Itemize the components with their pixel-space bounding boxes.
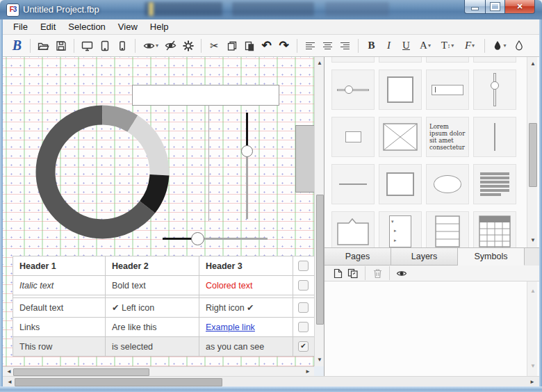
table-cell[interactable]: This row	[13, 337, 106, 357]
open-button[interactable]	[35, 37, 52, 55]
underline-button[interactable]: U	[397, 37, 415, 55]
phone-view-button[interactable]	[113, 37, 131, 55]
table-cell[interactable]: Default text	[13, 298, 106, 318]
scroll-left-arrow[interactable]: ◄	[6, 369, 12, 375]
symbol-paragraph[interactable]	[473, 164, 516, 204]
pages-list[interactable]	[325, 281, 527, 376]
save-button[interactable]	[52, 37, 69, 55]
table-row[interactable]: Default text ✔ Left icon Right icon ✔	[13, 298, 315, 318]
menu-selection[interactable]: Selection	[62, 20, 111, 33]
maximize-button[interactable]	[486, 0, 505, 14]
hslider-handle[interactable]	[191, 232, 204, 245]
vslider-handle[interactable]	[241, 145, 253, 157]
border-color-button[interactable]	[510, 37, 527, 55]
symbol-slider-vertical[interactable]	[473, 70, 516, 110]
font-family-button[interactable]: F▾	[459, 37, 480, 55]
table-row[interactable]: Links Are like this Example link	[13, 318, 315, 337]
table-cell[interactable]: Are like this	[106, 318, 199, 337]
page-visibility-button[interactable]	[394, 266, 409, 280]
table-cell[interactable]: as you can see	[199, 337, 293, 357]
canvas-vertical-scrollbar[interactable]: ▲ ▼	[314, 57, 324, 366]
menu-view[interactable]: View	[112, 20, 144, 33]
fill-color-button[interactable]: ▾	[489, 37, 510, 55]
design-canvas[interactable]: Header 1 Header 2 Header 3 Italic text B…	[3, 57, 314, 366]
symbol-tooltip[interactable]	[331, 211, 375, 247]
scroll-up-arrow[interactable]: ▲	[530, 61, 536, 67]
symbol-ellipse[interactable]	[426, 164, 469, 204]
scroll-left-arrow[interactable]: ◄	[7, 379, 13, 385]
menu-help[interactable]: Help	[144, 20, 175, 33]
vertical-scrollbar-thumb[interactable]	[316, 195, 324, 325]
table-cell-colored[interactable]: Colored text	[199, 276, 293, 295]
donut-chart-widget[interactable]	[34, 104, 171, 240]
align-center-button[interactable]	[319, 37, 336, 55]
table-cell[interactable]: Right icon ✔	[199, 298, 293, 318]
scroll-down-arrow[interactable]: ▼	[317, 357, 322, 363]
table-cell[interactable]: ✔ Left icon	[106, 298, 199, 318]
duplicate-page-button[interactable]	[345, 266, 361, 280]
symbol-partial[interactable]	[379, 57, 422, 63]
symbol-table[interactable]	[473, 211, 516, 247]
table-cell[interactable]: Bold text	[106, 276, 199, 295]
symbol-rectangle[interactable]	[379, 164, 422, 204]
symbols-scrollbar[interactable]: ▲ ▼	[527, 57, 537, 247]
paste-button[interactable]	[240, 37, 258, 55]
show-annotations-button[interactable]: ▾	[140, 37, 162, 55]
table-cell[interactable]: is selected	[106, 337, 199, 357]
rectangle-widget[interactable]	[295, 125, 314, 193]
table-row-selected[interactable]: This row is selected as you can see ✔	[13, 337, 315, 357]
settings-button[interactable]	[179, 37, 197, 55]
canvas-horizontal-scrollbar[interactable]: ◄ ►	[3, 366, 314, 376]
scroll-down-arrow[interactable]: ▼	[530, 364, 536, 369]
align-left-button[interactable]	[302, 37, 319, 55]
symbol-small-rectangle[interactable]	[331, 117, 375, 157]
table-header-cell[interactable]: Header 3	[199, 256, 293, 276]
table-header-cell[interactable]: Header 2	[106, 256, 199, 276]
symbol-rows[interactable]	[426, 211, 469, 247]
redo-button[interactable]: ↷	[275, 37, 293, 55]
table-cell[interactable]: Links	[13, 318, 106, 337]
symbol-slider-horizontal[interactable]	[331, 70, 375, 110]
new-page-button[interactable]	[330, 266, 345, 280]
symbol-partial[interactable]	[426, 57, 469, 63]
align-right-button[interactable]	[336, 37, 354, 55]
italic-button[interactable]: I	[380, 37, 397, 55]
symbol-tree[interactable]: ▾ ▸ ▸	[379, 211, 422, 247]
bold-button[interactable]: B	[363, 37, 380, 55]
symbols-scrollbar-thumb[interactable]	[529, 123, 537, 187]
scroll-up-arrow[interactable]: ▲	[530, 288, 536, 294]
app-horizontal-scrollbar[interactable]: ◄ ►	[3, 376, 539, 386]
app-scrollbar-thumb[interactable]	[15, 378, 222, 386]
example-link[interactable]: Example link	[206, 322, 255, 332]
symbol-partial[interactable]	[473, 57, 516, 63]
horizontal-scrollbar-thumb[interactable]	[13, 368, 149, 376]
table-header-cell[interactable]: Header 1	[13, 256, 106, 276]
menu-edit[interactable]: Edit	[34, 20, 62, 33]
close-button[interactable]: ✕	[505, 0, 535, 14]
hide-annotations-button[interactable]	[162, 37, 179, 55]
row-checkbox[interactable]	[298, 280, 309, 291]
table-cell[interactable]: Italic text	[13, 276, 106, 295]
scroll-right-arrow[interactable]: ►	[529, 379, 535, 385]
symbol-image-placeholder[interactable]	[379, 117, 422, 157]
row-checkbox[interactable]	[298, 302, 309, 313]
table-row[interactable]: Italic text Bold text Colored text	[13, 276, 315, 295]
minimize-button[interactable]	[464, 0, 486, 14]
pages-list-scrollbar[interactable]: ▲ ▼	[527, 281, 537, 376]
scroll-right-arrow[interactable]: ►	[305, 369, 311, 375]
tab-pages[interactable]: Pages	[325, 248, 391, 266]
text-size-button[interactable]: T↕▾	[436, 37, 459, 55]
vertical-line-widget[interactable]	[208, 105, 209, 221]
row-checkbox[interactable]	[298, 322, 309, 332]
scroll-up-arrow[interactable]: ▲	[317, 60, 322, 66]
symbol-vertical-line[interactable]	[473, 117, 516, 157]
symbol-horizontal-line[interactable]	[331, 164, 375, 204]
header-checkbox[interactable]	[298, 261, 309, 271]
menu-file[interactable]: File	[7, 20, 34, 33]
copy-button[interactable]	[223, 37, 240, 55]
desktop-view-button[interactable]	[79, 37, 96, 55]
symbol-square[interactable]	[379, 70, 422, 110]
scroll-down-arrow[interactable]: ▼	[530, 238, 536, 243]
symbol-partial[interactable]	[331, 57, 375, 63]
table-widget[interactable]: Header 1 Header 2 Header 3 Italic text B…	[13, 256, 314, 357]
